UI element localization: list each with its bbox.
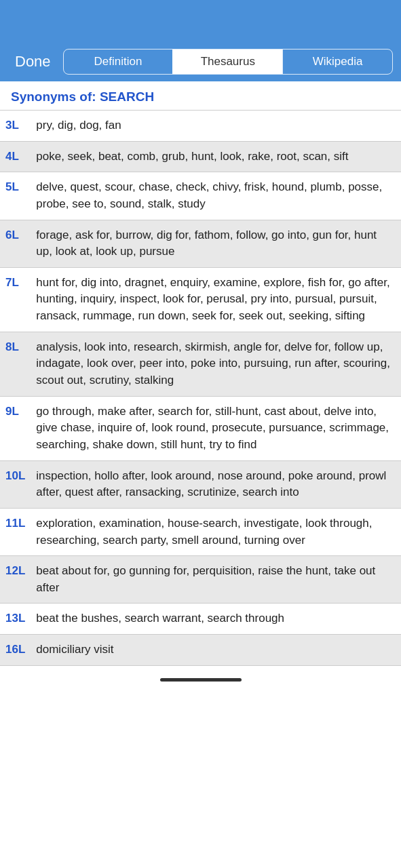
- table-row: 5Ldelve, quest, scour, chase, check, chi…: [0, 172, 401, 220]
- table-row: 10Linspection, hollo after, look around,…: [0, 460, 401, 508]
- synonyms-table: 3Lpry, dig, dog, fan4Lpoke, seek, beat, …: [0, 110, 401, 666]
- home-indicator: [160, 678, 242, 682]
- row-words: forage, ask for, burrow, dig for, fathom…: [31, 220, 401, 267]
- row-label: 12L: [0, 556, 31, 604]
- tab-wikipedia[interactable]: Wikipedia: [282, 50, 392, 74]
- row-label: 4L: [0, 141, 31, 172]
- row-label: 11L: [0, 508, 31, 555]
- row-label: 6L: [0, 220, 31, 267]
- row-label: 9L: [0, 396, 31, 460]
- row-words: poke, seek, beat, comb, grub, hunt, look…: [31, 141, 401, 172]
- table-row: 8Lanalysis, look into, research, skirmis…: [0, 332, 401, 396]
- row-words: pry, dig, dog, fan: [31, 111, 401, 142]
- row-words: exploration, examination, house-search, …: [31, 508, 401, 555]
- table-row: 4Lpoke, seek, beat, comb, grub, hunt, lo…: [0, 141, 401, 172]
- table-row: 12Lbeat about for, go gunning for, perqu…: [0, 556, 401, 604]
- table-row: 6Lforage, ask for, burrow, dig for, fath…: [0, 220, 401, 267]
- row-words: beat the bushes, search warrant, search …: [31, 604, 401, 635]
- row-label: 3L: [0, 111, 31, 142]
- row-words: beat about for, go gunning for, perquisi…: [31, 556, 401, 604]
- row-label: 5L: [0, 172, 31, 220]
- row-words: domiciliary visit: [31, 635, 401, 666]
- tab-definition[interactable]: Definition: [64, 50, 173, 74]
- bottom-bar: [0, 666, 401, 690]
- table-row: 3Lpry, dig, dog, fan: [0, 111, 401, 142]
- table-row: 16Ldomiciliary visit: [0, 635, 401, 666]
- row-label: 13L: [0, 604, 31, 635]
- table-row: 9Lgo through, make after, search for, st…: [0, 396, 401, 460]
- synonyms-title: Synonyms of: SEARCH: [0, 81, 401, 110]
- table-row: 7Lhunt for, dig into, dragnet, enquiry, …: [0, 267, 401, 332]
- row-label: 7L: [0, 267, 31, 332]
- row-words: delve, quest, scour, chase, check, chivy…: [31, 172, 401, 220]
- tab-bar: Definition Thesaurus Wikipedia: [63, 49, 393, 75]
- row-label: 16L: [0, 635, 31, 666]
- table-row: 11Lexploration, examination, house-searc…: [0, 508, 401, 555]
- table-row: 13Lbeat the bushes, search warrant, sear…: [0, 604, 401, 635]
- tab-thesaurus[interactable]: Thesaurus: [172, 50, 282, 74]
- row-words: go through, make after, search for, stil…: [31, 396, 401, 460]
- row-label: 8L: [0, 332, 31, 396]
- row-words: hunt for, dig into, dragnet, enquiry, ex…: [31, 267, 401, 332]
- row-label: 10L: [0, 460, 31, 508]
- row-words: inspection, hollo after, look around, no…: [31, 460, 401, 508]
- header: Done Definition Thesaurus Wikipedia: [0, 0, 401, 81]
- row-words: analysis, look into, research, skirmish,…: [31, 332, 401, 396]
- done-button[interactable]: Done: [8, 49, 58, 75]
